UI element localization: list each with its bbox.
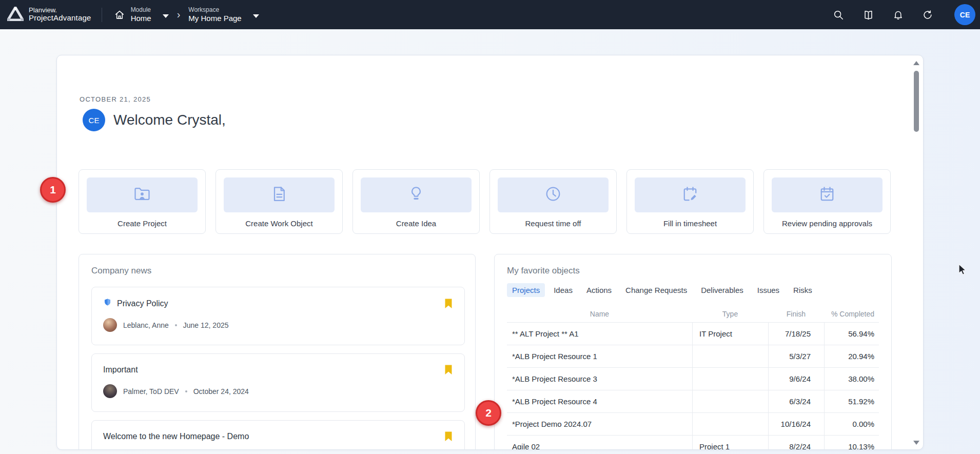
topbar-divider — [102, 8, 102, 22]
tab-change-requests[interactable]: Change Requests — [620, 283, 692, 297]
cell-name: Agile 02 — [507, 436, 692, 450]
brand-logo[interactable]: Planview. ProjectAdvantage — [0, 7, 91, 23]
documentation-book-icon[interactable] — [862, 9, 874, 21]
cell-name: ** ALT Project ** A1 — [507, 323, 692, 345]
refresh-icon[interactable] — [922, 9, 934, 21]
cell-pct: 51.92% — [824, 390, 878, 413]
bookmark-icon[interactable] — [444, 431, 453, 442]
module-value: Home — [131, 14, 151, 24]
create-project-card[interactable]: Create Project — [79, 169, 206, 234]
cell-pct: 0.00% — [824, 413, 878, 436]
workspace-value: My Home Page — [188, 14, 241, 24]
calendar-check-icon — [818, 185, 836, 205]
news-item-title: Important — [103, 365, 138, 374]
current-date: OCTOBER 21, 2025 — [80, 95, 151, 103]
cell-name: *ALB Project Resource 1 — [507, 345, 692, 368]
dot-separator — [175, 324, 177, 326]
tab-actions[interactable]: Actions — [581, 283, 617, 297]
calendar-edit-icon — [681, 185, 699, 205]
scrollbar-thumb[interactable] — [914, 71, 919, 132]
bookmark-icon[interactable] — [444, 364, 453, 376]
annotation-badge-2: 2 — [476, 400, 501, 426]
home-icon — [113, 9, 126, 21]
tab-deliverables[interactable]: Deliverables — [696, 283, 749, 297]
welcome-greeting: Welcome Crystal, — [113, 112, 226, 128]
search-icon[interactable] — [832, 9, 845, 21]
action-label: Create Project — [87, 219, 198, 228]
dot-separator — [185, 390, 187, 392]
favorites-table: Name Type Finish % Completed ** ALT Proj… — [507, 306, 879, 450]
cell-finish: 9/6/24 — [768, 368, 824, 390]
brand-line1: Planview. — [29, 7, 91, 14]
author-avatar — [103, 384, 117, 398]
module-caret-down-icon[interactable] — [163, 14, 169, 18]
tab-ideas[interactable]: Ideas — [548, 283, 578, 297]
shield-icon — [103, 298, 112, 309]
create-work-object-card[interactable]: Create Work Object — [215, 169, 343, 234]
fill-in-timesheet-card[interactable]: Fill in timesheet — [626, 169, 754, 234]
workspace-selector[interactable]: Workspace My Home Page — [188, 6, 259, 24]
tab-projects[interactable]: Projects — [507, 283, 545, 297]
cell-type: Project 1 — [692, 436, 768, 450]
clock-icon — [544, 185, 562, 205]
table-row[interactable]: *ALB Project Resource 1 5/3/27 20.94% — [507, 345, 879, 368]
bookmark-icon[interactable] — [444, 298, 453, 309]
cell-type — [692, 390, 768, 413]
table-row[interactable]: *ALB Project Resource 4 6/3/24 51.92% — [507, 390, 879, 413]
news-item[interactable]: Important Palmer, ToD DEV October 24, 20… — [91, 353, 465, 412]
action-label: Create Work Object — [224, 219, 335, 228]
cell-pct: 56.94% — [824, 323, 878, 345]
action-label: Fill in timesheet — [635, 219, 746, 228]
news-item-title: Welcome to the new Homepage - Demo — [103, 432, 249, 441]
mouse-cursor — [958, 264, 970, 279]
table-row[interactable]: *Project Demo 2024.07 10/16/24 0.00% — [507, 413, 879, 436]
home-page-panel: OCTOBER 21, 2025 CE Welcome Crystal, Cr — [56, 55, 924, 450]
table-row[interactable]: Agile 02 Project 1 8/2/24 10.13% — [507, 436, 879, 450]
request-time-off-card[interactable]: Request time off — [489, 169, 617, 234]
folder-user-icon — [133, 185, 151, 205]
column-header-pct-completed[interactable]: % Completed — [824, 310, 878, 318]
cell-type: IT Project — [692, 323, 768, 345]
column-header-finish[interactable]: Finish — [768, 310, 824, 318]
planview-logo-icon — [7, 7, 24, 23]
favorites-title: My favorite objects — [507, 266, 879, 276]
scroll-down-arrow-icon[interactable] — [913, 441, 919, 445]
welcome-header: CE Welcome Crystal, — [83, 109, 226, 131]
column-header-type[interactable]: Type — [692, 310, 768, 318]
news-author: Palmer, ToD DEV — [123, 387, 179, 396]
table-row[interactable]: *ALB Project Resource 3 9/6/24 38.00% — [507, 368, 879, 390]
news-item[interactable]: Privacy Policy Leblanc, Anne June 12, 20… — [91, 287, 465, 345]
action-label: Review pending approvals — [772, 219, 883, 228]
user-avatar[interactable]: CE — [954, 4, 975, 25]
tab-issues[interactable]: Issues — [752, 283, 785, 297]
tab-risks[interactable]: Risks — [788, 283, 817, 297]
cell-pct: 38.00% — [824, 368, 878, 390]
lightbulb-icon — [407, 185, 425, 205]
news-item[interactable]: Welcome to the new Homepage - Demo — [91, 420, 465, 450]
cell-finish: 5/3/27 — [768, 345, 824, 368]
scroll-up-arrow-icon[interactable] — [913, 61, 919, 65]
module-label: Module — [131, 6, 151, 14]
news-date: June 12, 2025 — [183, 321, 229, 329]
welcome-avatar[interactable]: CE — [83, 109, 105, 131]
action-label: Request time off — [498, 219, 609, 228]
cell-pct: 20.94% — [824, 345, 878, 368]
table-header-row: Name Type Finish % Completed — [507, 306, 879, 323]
file-icon — [270, 185, 288, 205]
table-row[interactable]: ** ALT Project ** A1 IT Project 7/18/25 … — [507, 323, 879, 345]
cell-finish: 6/3/24 — [768, 390, 824, 413]
cell-pct: 10.13% — [824, 436, 878, 450]
notifications-bell-icon[interactable] — [892, 9, 904, 21]
breadcrumb-chevron-icon: › — [177, 9, 181, 21]
quick-actions-row: Create Project Create Work Object — [79, 169, 891, 234]
review-pending-approvals-card[interactable]: Review pending approvals — [763, 169, 891, 234]
cell-name: *ALB Project Resource 3 — [507, 368, 692, 390]
author-avatar — [103, 318, 117, 332]
workspace-caret-down-icon[interactable] — [253, 14, 259, 18]
column-header-name[interactable]: Name — [507, 310, 692, 318]
module-selector[interactable]: Module Home — [113, 6, 169, 24]
create-idea-card[interactable]: Create Idea — [352, 169, 480, 234]
favorite-objects-panel: My favorite objects Projects Ideas Actio… — [494, 254, 892, 450]
vertical-scrollbar — [912, 57, 920, 449]
action-label: Create Idea — [361, 219, 472, 228]
